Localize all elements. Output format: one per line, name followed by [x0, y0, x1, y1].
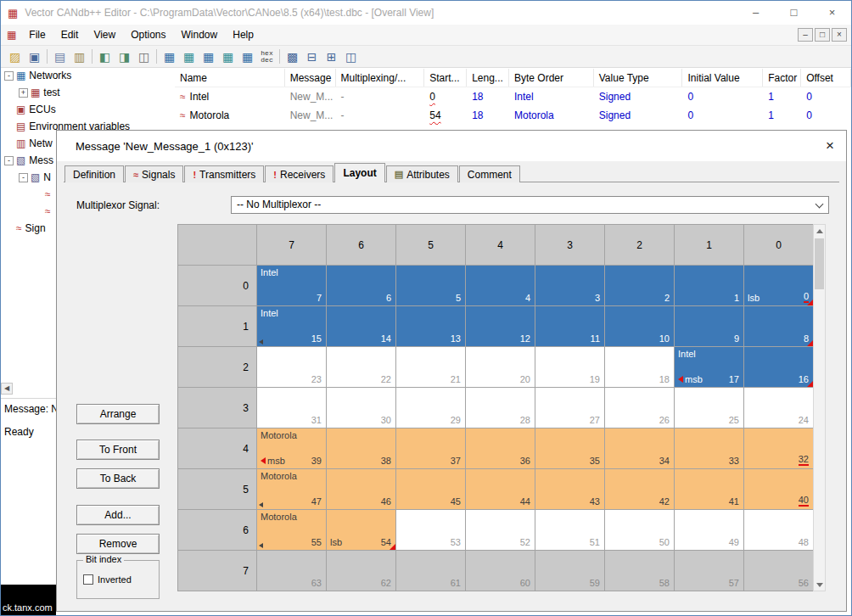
bit-cell-54[interactable]: lsb54 [327, 510, 396, 551]
column-header-value-type[interactable]: Value Type [594, 69, 683, 87]
bit-cell-16[interactable]: 16 [744, 347, 814, 388]
scroll-left-icon[interactable]: ◀ [1, 383, 13, 395]
inverted-checkbox-row[interactable]: Inverted [83, 574, 159, 585]
bit-cell-45[interactable]: 45 [396, 469, 466, 510]
bit-cell-31[interactable]: 31 [257, 388, 327, 428]
column-header-multiplexing[interactable]: Multiplexing/... [336, 69, 425, 87]
bit-cell-61[interactable]: 61 [396, 551, 466, 591]
bit-cell-24[interactable]: 24 [744, 388, 814, 428]
bit-cell-12[interactable]: 12 [466, 306, 535, 347]
open-file-icon[interactable]: ▨ [5, 48, 25, 65]
bit-cell-6[interactable]: 6 [327, 266, 396, 306]
menu-help[interactable]: Help [225, 29, 261, 41]
tab-definition[interactable]: Definition [64, 165, 124, 182]
bit-cell-13[interactable]: 13 [396, 306, 466, 347]
mdi-restore-button[interactable]: □ [815, 28, 830, 42]
maximize-button[interactable]: □ [775, 1, 813, 25]
minimize-button[interactable]: – [737, 1, 775, 25]
tab-layout[interactable]: Layout [334, 163, 384, 182]
bit-cell-55[interactable]: Motorola55 [257, 510, 327, 551]
menu-view[interactable]: View [86, 29, 123, 41]
bit-cell-53[interactable]: 53 [396, 510, 466, 551]
to-back-button[interactable]: To Back [76, 468, 160, 489]
consistency-check-icon[interactable]: ▩ [283, 48, 302, 65]
scroll-up-button[interactable] [814, 225, 825, 237]
bit-cell-8[interactable]: 8 [744, 306, 814, 347]
tab-signals[interactable]: ≈Signals [125, 165, 183, 182]
signals-view-icon[interactable]: ▦ [238, 48, 257, 65]
bit-cell-58[interactable]: 58 [605, 551, 675, 591]
tab-comment[interactable]: Comment [459, 165, 520, 182]
tab-transmitters[interactable]: !Transmitters [184, 165, 264, 182]
bit-cell-39[interactable]: Motorolamsb39 [257, 428, 327, 469]
tree-item-test[interactable]: +▦test [1, 84, 171, 101]
bit-cell-40[interactable]: 40 [744, 469, 814, 510]
bit-cell-60[interactable]: 60 [466, 551, 535, 591]
column-header-length[interactable]: Leng... [467, 69, 509, 87]
bit-cell-44[interactable]: 44 [466, 469, 535, 510]
import-icon[interactable]: ◧ [95, 48, 115, 65]
column-header-factor[interactable]: Factor [763, 69, 801, 87]
bit-cell-30[interactable]: 30 [327, 388, 396, 428]
arrange-button[interactable]: Arrange [76, 404, 160, 424]
menu-edit[interactable]: Edit [53, 29, 87, 41]
bit-cell-19[interactable]: 19 [535, 347, 605, 388]
tree-item-ecus[interactable]: ▣ECUs [1, 101, 171, 118]
bit-cell-20[interactable]: 20 [466, 347, 535, 388]
bit-cell-37[interactable]: 37 [396, 428, 466, 469]
bit-cell-28[interactable]: 28 [466, 388, 535, 428]
table-row[interactable]: ≈IntelNew_M...-018IntelSigned010 [175, 87, 851, 106]
close-button[interactable]: × [813, 1, 851, 25]
mdi-minimize-button[interactable]: – [798, 28, 813, 42]
bit-cell-3[interactable]: 3 [535, 266, 605, 306]
bit-cell-47[interactable]: Motorola47 [257, 469, 327, 510]
column-header-byte-order[interactable]: Byte Order [509, 69, 594, 87]
remove-button[interactable]: Remove [76, 534, 160, 554]
bit-cell-14[interactable]: 14 [327, 306, 396, 347]
tab-receivers[interactable]: !Receivers [265, 165, 334, 182]
search-icon[interactable]: ◫ [134, 48, 154, 65]
menu-file[interactable]: File [21, 29, 53, 41]
bit-cell-18[interactable]: 18 [605, 347, 675, 388]
bit-cell-15[interactable]: Intel15 [257, 306, 327, 347]
tile-vertical-icon[interactable]: ⊞ [322, 48, 341, 65]
bit-cell-17[interactable]: Intelmsb17 [675, 347, 744, 388]
mdi-close-button[interactable]: × [832, 28, 847, 42]
scroll-down-button[interactable] [814, 579, 825, 591]
inverted-checkbox[interactable] [83, 574, 93, 585]
bit-cell-23[interactable]: 23 [257, 347, 327, 388]
ecus-view-icon[interactable]: ▦ [199, 48, 218, 65]
bit-cell-33[interactable]: 33 [675, 428, 744, 469]
bit-cell-48[interactable]: 48 [744, 510, 814, 551]
hex-dec-icon[interactable]: hexdec [257, 48, 277, 65]
column-header-initial-value[interactable]: Initial Value [682, 69, 763, 87]
bit-cell-46[interactable]: 46 [327, 469, 396, 510]
menu-options[interactable]: Options [123, 29, 173, 41]
copy-icon[interactable]: ▤ [50, 48, 70, 65]
bit-cell-22[interactable]: 22 [327, 347, 396, 388]
bit-cell-29[interactable]: 29 [396, 388, 466, 428]
bit-cell-57[interactable]: 57 [675, 551, 744, 591]
tree-item-networks[interactable]: -▦Networks [1, 67, 171, 84]
bit-cell-38[interactable]: 38 [327, 428, 396, 469]
bit-cell-36[interactable]: 36 [466, 428, 535, 469]
expand-icon[interactable]: + [19, 88, 28, 98]
table-row[interactable]: ≈MotorolaNew_M...-5418MotorolaSigned010 [175, 106, 851, 125]
add-button[interactable]: Add... [76, 505, 160, 525]
bit-cell-0[interactable]: lsb0 [744, 266, 814, 306]
export-icon[interactable]: ◨ [115, 48, 134, 65]
bit-cell-43[interactable]: 43 [535, 469, 605, 510]
column-header-start[interactable]: Start... [424, 69, 467, 87]
networks-view-icon[interactable]: ▦ [179, 48, 199, 65]
bit-cell-21[interactable]: 21 [396, 347, 466, 388]
bit-cell-41[interactable]: 41 [675, 469, 744, 510]
tab-attributes[interactable]: ▤Attributes [386, 165, 458, 182]
bit-cell-35[interactable]: 35 [535, 428, 605, 469]
collapse-icon[interactable]: - [19, 173, 28, 182]
bit-cell-5[interactable]: 5 [396, 266, 466, 306]
dialog-close-icon[interactable]: × [826, 131, 834, 161]
bit-cell-4[interactable]: 4 [466, 266, 535, 306]
bit-cell-25[interactable]: 25 [675, 388, 744, 428]
bit-cell-34[interactable]: 34 [605, 428, 675, 469]
bit-cell-59[interactable]: 59 [535, 551, 605, 591]
